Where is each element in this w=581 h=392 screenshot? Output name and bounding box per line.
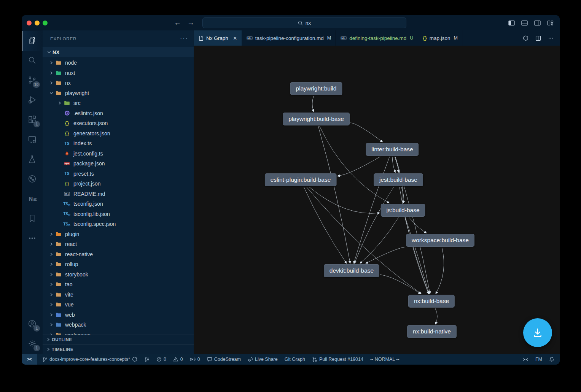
activity-item-accounts[interactable]: 1 xyxy=(22,314,43,334)
status-item-copilot-icon[interactable] xyxy=(522,357,528,362)
command-center-search[interactable]: nx xyxy=(202,17,406,28)
activity-item-git-graph[interactable] xyxy=(22,170,43,189)
tree-item-tsconfig-json[interactable]: TS⚙tsconfig.json xyxy=(43,199,194,209)
graph-node-eslint-plugin-build-base[interactable]: eslint-plugin:build-base xyxy=(265,173,337,186)
graph-node-playwright-build[interactable]: playwright:build xyxy=(290,82,342,95)
zoom-window-button[interactable] xyxy=(43,21,48,25)
activity-item-explorer[interactable] xyxy=(22,31,43,51)
activity-item-testing[interactable] xyxy=(22,150,43,170)
status-item-live-share[interactable]: Live Share xyxy=(248,357,278,362)
explorer-more-actions[interactable]: ··· xyxy=(180,35,188,42)
tree-item-plugin[interactable]: plugin xyxy=(43,229,194,240)
download-graph-button[interactable] xyxy=(523,318,552,347)
tree-item-playwright[interactable]: playwright xyxy=(43,88,194,98)
customize-layout-icon[interactable] xyxy=(547,20,554,26)
json-icon: { } xyxy=(63,121,71,126)
tree-item-preset-ts[interactable]: TSpreset.ts xyxy=(43,169,194,179)
status-item-bell-icon[interactable] xyxy=(549,357,554,362)
graph-node-js-build-base[interactable]: js:build-base xyxy=(380,204,425,217)
tree-item-web[interactable]: web xyxy=(43,310,194,320)
status-item-pull-request-19014[interactable]: Pull Request #19014 xyxy=(312,357,363,362)
tree-item-storybook[interactable]: storybook xyxy=(43,270,194,280)
json-icon: { } xyxy=(423,35,427,41)
activity-item-more-views[interactable] xyxy=(22,229,43,249)
search-value: nx xyxy=(306,20,311,26)
graph-node-playwright-build-base[interactable]: playwright:build-base xyxy=(283,113,350,125)
tree-item-react-native[interactable]: react-native xyxy=(43,249,194,260)
tree-item-vite[interactable]: vite xyxy=(43,290,194,300)
tree-item-executors-json[interactable]: { }executors.json xyxy=(43,118,194,129)
tree-item--eslintrc-json[interactable]: .eslintrc.json xyxy=(43,108,194,119)
refresh-icon[interactable] xyxy=(523,35,528,41)
tab-nx-graph[interactable]: Nx Graph× xyxy=(194,30,242,46)
minimize-window-button[interactable] xyxy=(35,21,40,25)
tree-item-label: generators.json xyxy=(73,130,110,136)
tree-item-tao[interactable]: tao xyxy=(43,279,194,290)
tree-item-node[interactable]: node xyxy=(43,58,194,68)
split-editor-icon[interactable] xyxy=(535,35,541,41)
status-item-0[interactable]: 0 xyxy=(173,357,183,362)
graph-node-devkit-build-base[interactable]: devkit:build-base xyxy=(324,264,379,277)
folder-icon xyxy=(55,60,62,66)
activity-item-source-control[interactable]: 10 xyxy=(22,71,43,90)
activity-item-remote-explorer[interactable] xyxy=(22,130,43,150)
forward-button[interactable]: → xyxy=(187,19,194,27)
more-actions-icon[interactable] xyxy=(548,35,554,41)
tree-item-nx[interactable]: nx xyxy=(43,78,194,88)
close-window-button[interactable] xyxy=(27,21,32,25)
tree-item-tsconfig-lib-json[interactable]: TS⚙tsconfig.lib.json xyxy=(43,209,194,219)
sidebar-section-timeline[interactable]: TIMELINE xyxy=(43,344,194,354)
activity-item-run-debug[interactable] xyxy=(22,90,43,110)
status-item-codestream[interactable]: CodeStream xyxy=(207,357,241,362)
status-item-normal[interactable]: -- NORMAL -- xyxy=(370,357,400,362)
status-item-fm[interactable]: FM xyxy=(535,357,542,362)
sidebar-section-outline[interactable]: OUTLINE xyxy=(43,335,194,344)
folder-icon xyxy=(55,90,62,96)
status-item-commits-icon[interactable] xyxy=(144,357,150,362)
graph-node-nx-build-native[interactable]: nx:build-native xyxy=(407,325,457,338)
status-item-0[interactable]: 0 xyxy=(190,357,200,362)
toggle-secondary-sidebar-icon[interactable] xyxy=(534,20,541,26)
tree-item-webpack[interactable]: webpack xyxy=(43,320,194,330)
graph-node-nx-build-base[interactable]: nx:build-base xyxy=(408,295,455,308)
close-tab-icon[interactable]: × xyxy=(233,35,237,41)
tree-item-src[interactable]: src xyxy=(43,98,194,108)
activity-item-settings[interactable]: 1 xyxy=(22,334,43,354)
tab-map-json[interactable]: { }map.jsonM xyxy=(418,30,463,46)
tree-item-label: vite xyxy=(65,292,73,298)
tree-item-package-json[interactable]: npmpackage.json xyxy=(43,159,194,169)
remote-indicator[interactable]: >< xyxy=(22,354,37,365)
tree-item-rollup[interactable]: rollup xyxy=(43,259,194,270)
activity-item-bookmarks[interactable] xyxy=(22,209,43,229)
tree-item-tsconfig-spec-json[interactable]: TS⚙tsconfig.spec.json xyxy=(43,219,194,229)
graph-node-workspace-build-base[interactable]: workspace:build-base xyxy=(406,234,474,247)
graph-node-jest-build-base[interactable]: jest:build-base xyxy=(374,173,423,186)
toggle-sidebar-icon[interactable] xyxy=(508,20,515,26)
tree-item-nuxt[interactable]: nuxt xyxy=(43,68,194,78)
tree-root-nx[interactable]: NX xyxy=(43,47,194,57)
back-button[interactable]: ← xyxy=(174,19,181,27)
tab-task-pipeline-configuration-md[interactable]: M↓task-pipeline-configuration.mdM xyxy=(242,30,336,46)
activity-item-nx-console[interactable]: N≥ xyxy=(22,189,43,209)
status-item-0[interactable]: 0 xyxy=(156,357,166,362)
tree-item-workspace[interactable]: workspace xyxy=(43,330,194,335)
tree-item-label: jest.config.ts xyxy=(73,151,103,157)
tree-item-react[interactable]: react xyxy=(43,239,194,249)
tree-item-project-json[interactable]: { }project.json xyxy=(43,179,194,189)
tree-item-jest-config-ts[interactable]: jest.config.ts xyxy=(43,149,194,159)
activity-item-search[interactable] xyxy=(22,51,43,71)
graph-node-linter-build-base[interactable]: linter:build-base xyxy=(366,143,419,156)
tab-defining-task-pipeline-md[interactable]: M↓defining-task-pipeline.mdU xyxy=(336,30,418,46)
activity-item-extensions[interactable]: 1 xyxy=(22,110,43,130)
toggle-panel-icon[interactable] xyxy=(521,20,528,26)
tab-dirty-badge: M xyxy=(327,35,331,41)
editor-area: Nx Graph×M↓task-pipeline-configuration.m… xyxy=(194,30,560,354)
tree-item-vue[interactable]: vue xyxy=(43,300,194,310)
status-item-git-graph[interactable]: Git Graph xyxy=(285,357,305,362)
tree-item-generators-json[interactable]: { }generators.json xyxy=(43,129,194,139)
files-icon xyxy=(28,36,37,47)
tree-item-index-ts[interactable]: TSindex.ts xyxy=(43,138,194,149)
activity-badge: 1 xyxy=(33,345,40,351)
tree-item-readme-md[interactable]: M↓README.md xyxy=(43,189,194,199)
status-item-docs-improve-core-features-concepts[interactable]: docs-improve-core-features-concepts* xyxy=(42,357,137,362)
